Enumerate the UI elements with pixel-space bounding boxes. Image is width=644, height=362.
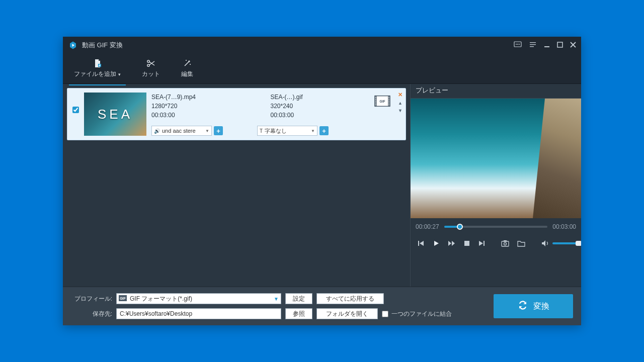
stop-button[interactable] [464,240,470,246]
svg-point-2 [517,44,518,45]
text-icon: T [260,128,263,134]
save-to-label: 保存先: [71,310,112,318]
window-controls [514,41,576,50]
volume-icon[interactable] [541,240,549,247]
svg-rect-22 [388,101,389,102]
source-duration: 00:03:00 [151,111,251,120]
output-info: SEA-(…).gif 320*240 00:03:00 [271,93,370,120]
output-filename: SEA-(…).gif [271,93,370,102]
svg-rect-24 [388,105,389,106]
move-up-button[interactable]: ▲ [398,101,403,106]
file-checkbox[interactable] [72,107,79,113]
file-item[interactable]: SEA SEA-(7…9).mp4 644*362 00:03:00 SEA-… [67,88,406,140]
svg-point-31 [504,243,507,245]
svg-rect-26 [418,241,419,246]
scissors-icon [146,59,155,68]
file-info: SEA-(7…9).mp4 644*362 00:03:00 SEA-(…).… [151,93,369,136]
svg-rect-8 [557,42,562,47]
remove-file-button[interactable]: ✕ [398,92,403,98]
timeline: 00:00:27 00:03:00 [411,218,581,235]
output-duration: 00:03:00 [271,111,370,120]
profile-label: プロフィール: [71,295,112,303]
volume-control [541,240,581,247]
prev-button[interactable] [418,240,425,247]
minimize-button[interactable] [544,42,550,49]
play-button[interactable] [433,240,440,247]
svg-rect-15 [375,97,376,98]
add-file-label: ファイルを追加 ▾ [74,70,121,78]
apply-all-button[interactable]: すべてに応用する [316,293,384,304]
next-button[interactable] [478,240,485,247]
add-audio-button[interactable]: + [214,126,223,135]
app-title: 動画 GIF 変換 [82,41,514,50]
snapshot-button[interactable] [501,240,509,247]
fast-forward-button[interactable] [448,240,456,247]
add-file-icon [94,59,102,68]
save-path-input[interactable] [116,308,281,319]
merge-checkbox-input[interactable] [382,311,388,317]
svg-rect-27 [464,241,469,246]
playback-position: 00:00:27 [416,223,439,230]
preview-header: プレビュー [411,84,581,99]
cut-button[interactable]: カット [140,56,162,81]
source-info: SEA-(7…9).mp4 644*362 00:03:00 [151,93,251,120]
open-folder-button[interactable]: フォルダを開く [316,308,378,319]
svg-point-1 [516,44,517,45]
svg-rect-17 [375,101,376,102]
bottom-bar: プロフィール: GIF GIF フォーマット(*.gif) ▼ 設定 すべてに応… [63,287,581,325]
output-format-icon[interactable]: GIF [374,95,390,108]
close-button[interactable] [570,42,576,49]
svg-rect-23 [388,103,389,104]
source-resolution: 644*362 [151,102,251,111]
settings-button[interactable]: 設定 [285,293,312,304]
magic-wand-icon [183,59,192,68]
svg-rect-5 [530,44,536,45]
svg-point-10 [147,60,149,62]
playback-total: 00:03:00 [552,223,576,230]
move-down-button[interactable]: ▼ [398,109,403,113]
app-logo-icon [68,40,78,50]
audio-track-select[interactable]: 🔊 und aac stere ▼ [151,126,212,136]
playback-controls [411,235,581,255]
svg-rect-16 [375,99,376,100]
svg-rect-18 [375,103,376,104]
svg-text:GIF: GIF [120,297,126,300]
svg-text:GIF: GIF [380,100,385,103]
convert-button[interactable]: 変換 [494,294,573,318]
source-filename: SEA-(7…9).mp4 [151,93,251,102]
svg-rect-19 [375,105,376,106]
merge-checkbox[interactable]: 一つのファイルに結合 [382,310,452,318]
preview-video[interactable] [411,99,581,218]
profile-select[interactable]: GIF GIF フォーマット(*.gif) ▼ [116,293,281,304]
svg-rect-6 [530,46,534,47]
add-file-button[interactable]: ファイルを追加 ▾ [72,56,123,81]
menu-icon[interactable] [529,41,537,50]
file-item-controls: ✕ ▲ ▼ [398,92,403,113]
svg-rect-7 [544,46,549,47]
seek-slider[interactable] [444,226,548,228]
edit-button[interactable]: 編集 [179,56,195,81]
add-subtitle-button[interactable]: + [319,126,329,135]
app-window: 動画 GIF 変換 ファイルを追加 ▾ カット [63,37,581,325]
cut-label: カット [142,70,160,78]
output-resolution: 320*240 [271,102,370,111]
subtitle-select[interactable]: T 字幕なし ▼ [257,126,317,136]
gif-format-icon: GIF [119,295,127,303]
svg-rect-21 [388,99,389,100]
caret-down-icon: ▼ [205,129,209,133]
convert-icon [517,300,528,313]
open-snapshot-folder-button[interactable] [517,240,525,247]
titlebar: 動画 GIF 変換 [63,37,581,54]
dropdown-caret-icon: ▾ [118,72,121,77]
volume-slider[interactable] [552,242,581,244]
svg-point-11 [147,64,149,66]
preview-panel: プレビュー 00:00:27 00:03:00 [410,84,581,287]
browse-button[interactable]: 参照 [285,308,312,319]
svg-rect-30 [504,240,507,242]
svg-rect-29 [502,241,509,246]
feedback-icon[interactable] [514,41,522,50]
maximize-button[interactable] [557,42,563,49]
main-area: SEA SEA-(7…9).mp4 644*362 00:03:00 SEA-… [63,84,581,287]
file-list-panel: SEA SEA-(7…9).mp4 644*362 00:03:00 SEA-… [63,84,410,287]
svg-point-3 [519,44,520,45]
